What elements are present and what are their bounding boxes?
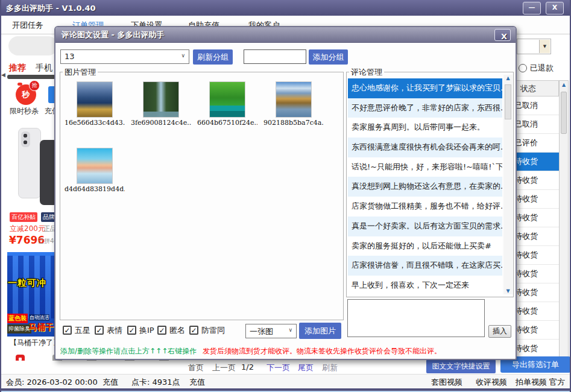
checkbox-anti-duplicate[interactable]: ✓ [189,326,198,335]
dialog-title: 评论图文设置 - 多多出评助手 [62,30,164,40]
image-filename: 902188b5ba7c4a... [263,119,324,127]
filter-combobox[interactable]: ▼ [517,39,551,54]
chevron-down-icon: ∨ [288,327,292,333]
checkbox-change-ip-label: 换IP [139,325,154,336]
image-management-panel: 图片管理 16e566d33c4d43... 3fe69008124c4e...… [60,72,344,320]
check-icon: ✓ [96,326,102,335]
checkbox-anonymous[interactable]: ✓ [157,326,166,335]
iphone-camera-icon [21,131,30,147]
image-filename: d4d64d83819d4d... [65,185,125,193]
auto-clean-badge: 自动清洁 [29,314,49,321]
comment-item[interactable]: 店家货物做工很精美，服务也不错，给好评... [348,197,502,217]
comment-item-selected[interactable]: 忠心地感谢你，让我买到了梦寐以求的宝贝... [348,78,502,98]
image-thumbnail[interactable] [77,81,113,118]
flash-sale-label: 限时秒杀 [10,106,39,116]
member-recharge-link[interactable]: 充值 [103,377,118,388]
image-filename: 3fe69008124c4e... [131,119,191,127]
table-row[interactable]: 待收货 [513,190,560,209]
comment-item[interactable]: 不好意思评价晚了，非常好的店家，东西很... [348,98,502,118]
add-group-button[interactable]: 添加分组 [309,49,348,65]
page-next-link[interactable]: 下一页 [267,362,290,373]
close-button[interactable]: X [546,2,564,14]
comment-input-textarea[interactable] [347,299,485,337]
blue-pack-badge: 蓝色装 [7,314,28,323]
table-scrollbar[interactable]: ▲ [559,80,569,361]
points-recharge-link[interactable]: 充值 [189,377,205,388]
refund-radio[interactable] [519,64,527,72]
quick-setting-button[interactable]: 图文文字快捷设置 [426,359,496,373]
page-first-link[interactable]: 首页 [188,362,204,373]
dialog-title-bar: 评论图文设置 - 多多出评助手 X [55,27,516,43]
check-icon: ✓ [128,326,134,335]
table-row[interactable]: 待收货 [513,227,560,246]
checkbox-emoji[interactable]: ✓ [95,326,104,335]
comment-scrollbar[interactable]: ▲ ▼ [503,75,513,294]
comment-item[interactable]: 东西很满意速度很快有机会我还会再来的呵... [348,138,502,157]
table-row[interactable]: 待收货 [513,340,560,358]
page-refresh-link[interactable]: 刷新 [322,362,338,373]
table-row[interactable]: 待收货 [513,246,560,265]
page-last-link[interactable]: 尾页 [298,362,314,373]
table-row[interactable]: 待收货 [513,171,560,190]
table-row[interactable]: 已评价 [513,134,560,153]
hint-green-text: 添加/删除等操作请点击上方↑↑↑右键操作 [60,347,197,355]
comment-item[interactable]: 卖家服务真周到。以后带同事一起来。 [348,118,502,138]
comment-item[interactable]: 话说!~只能用快，好，来形容啦!~嘻嘻!`下... [348,157,502,177]
table-row[interactable]: 已取消 [513,115,560,134]
tab-recommend[interactable]: 推荐 [9,63,26,74]
link-image-video[interactable]: 套图视频 [431,377,462,388]
table-row[interactable]: 待收货 [513,321,560,340]
combo-arrow-icon[interactable]: ▼ [539,40,550,53]
scrollbar-thumb[interactable] [561,92,567,134]
dialog-hints: 添加/删除等操作请点击上方↑↑↑右键操作 发货后须物流到货才能收评。物流未签收先… [60,346,441,356]
check-icon: ✓ [159,326,165,335]
status-header-label: 状态 [520,83,536,94]
refresh-group-button[interactable]: 刷新分组 [193,49,233,65]
subsidy-badge: 百亿补贴 [10,212,37,222]
add-image-button[interactable]: 添加图片 [299,323,341,339]
table-row-selected[interactable]: 待收货 [513,153,560,171]
image-thumbnail[interactable] [276,81,312,118]
link-order-video[interactable]: 拍单视频 [516,377,547,388]
scroll-up-icon[interactable]: ▲ [503,75,513,81]
check-icon: ✓ [64,326,70,335]
scroll-up-icon[interactable]: ▲ [560,82,568,87]
comment-item[interactable]: 真没想到网上购物还这么有意思，在卖家的... [348,177,502,197]
table-row[interactable]: 待收货 [513,283,560,302]
checkbox-five-star[interactable]: ✓ [63,326,72,335]
table-row[interactable]: 待收货 [513,265,560,283]
comment-item[interactable]: 店家很讲信誉，而且很不错哦，在这家店买... [348,256,502,276]
insert-button[interactable]: 插入 [488,325,511,338]
checkbox-change-ip[interactable]: ✓ [127,326,136,335]
member-expiry-label: 会员: 2026-03-02 00:00 [6,377,98,388]
image-thumbnail[interactable] [209,81,245,118]
page-prev-link[interactable]: 上一页 [212,362,236,373]
dialog-close-button[interactable]: X [494,29,511,41]
table-row[interactable]: 已取消 [513,96,560,115]
menu-item-open-group-task[interactable]: 开团任务 [12,20,43,31]
deodorize-badge: 抑菌除臭 [7,324,31,334]
comment-settings-dialog: 评论图文设置 - 多多出评助手 X 13 ∨ 刷新分组 添加分组 图片管理 16… [54,26,517,360]
image-thumbnail[interactable] [143,81,179,118]
table-row[interactable]: 待收货 [513,209,560,227]
image-thumbnail[interactable] [77,148,113,184]
scrollbar-thumb[interactable] [505,84,511,119]
link-review-video[interactable]: 收评视频 [476,377,507,388]
new-group-input[interactable] [244,49,306,64]
comment-item[interactable]: 真是一个好卖家。以后有这方面宝贝的需求... [348,217,502,236]
status-column-header: 状态 [512,80,559,96]
group-select[interactable]: 13 ∨ [60,49,189,64]
minimize-button[interactable]: — [523,2,541,14]
image-count-select[interactable]: 一张图 ∨ [245,324,297,338]
page-indicator: 1/2 [241,362,254,371]
checkbox-anonymous-label: 匿名 [169,325,185,336]
search-box[interactable] [8,36,58,55]
comment-item[interactable]: 早上收到，很喜欢，下次一定还来 [348,276,502,296]
scroll-down-icon[interactable]: ▼ [503,288,513,294]
toilet-overlay-text: 一粒可冲 [8,277,46,289]
tab-phone[interactable]: 手机 [36,63,52,74]
comment-item[interactable]: 卖家的服务挺好的，以后还能做上买卖# [348,236,502,256]
table-row[interactable]: 待收货 [513,302,560,321]
checkbox-anti-duplicate-label: 防雷同 [201,325,225,336]
toilet-name-badge: 马桶干 [28,322,54,333]
